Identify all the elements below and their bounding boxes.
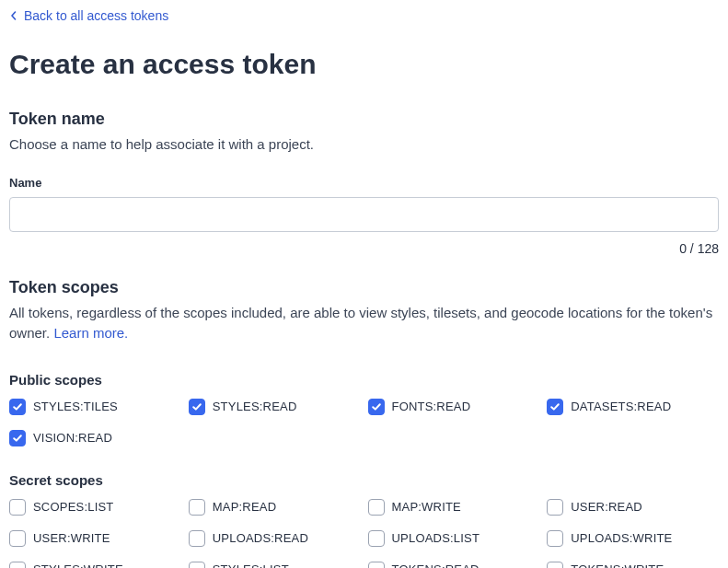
checkbox-checked-icon[interactable]	[9, 430, 26, 446]
scope-label: STYLES:LIST	[213, 562, 289, 568]
checkbox-unchecked-icon[interactable]	[368, 530, 385, 547]
back-link[interactable]: Back to all access tokens	[9, 8, 168, 23]
token-name-input[interactable]	[9, 197, 719, 232]
scope-label: FONTS:READ	[392, 400, 471, 413]
checkbox-unchecked-icon[interactable]	[547, 499, 563, 516]
checkbox-unchecked-icon[interactable]	[189, 499, 205, 516]
scope-secret-uploads-write[interactable]: UPLOADS:WRITE	[547, 530, 719, 547]
scope-label: SCOPES:LIST	[33, 500, 113, 514]
scope-label: UPLOADS:READ	[213, 531, 308, 545]
scope-secret-uploads-read[interactable]: UPLOADS:READ	[189, 530, 361, 547]
checkbox-unchecked-icon[interactable]	[547, 530, 563, 547]
checkbox-checked-icon[interactable]	[9, 399, 26, 415]
scope-label: DATASETS:READ	[571, 400, 671, 413]
checkbox-unchecked-icon[interactable]	[9, 530, 26, 547]
scope-secret-styles-write[interactable]: STYLES:WRITE	[9, 562, 181, 569]
scope-public-datasets-read[interactable]: DATASETS:READ	[547, 399, 719, 415]
scope-public-fonts-read[interactable]: FONTS:READ	[368, 399, 540, 415]
secret-scopes-grid: SCOPES:LISTMAP:READMAP:WRITEUSER:READUSE…	[9, 499, 719, 569]
checkbox-checked-icon[interactable]	[368, 399, 385, 415]
scope-label: UPLOADS:WRITE	[571, 531, 672, 545]
public-scopes-grid: STYLES:TILESSTYLES:READFONTS:READDATASET…	[9, 399, 719, 446]
scope-label: USER:READ	[571, 500, 642, 514]
learn-more-link[interactable]: Learn more.	[53, 325, 128, 341]
token-name-desc: Choose a name to help associate it with …	[9, 134, 719, 156]
back-link-text: Back to all access tokens	[24, 8, 168, 23]
token-name-title: Token name	[9, 110, 719, 129]
public-scopes-title: Public scopes	[9, 372, 719, 388]
checkbox-unchecked-icon[interactable]	[9, 499, 26, 516]
token-scopes-desc: All tokens, regardless of the scopes inc…	[9, 303, 719, 344]
scope-public-vision-read[interactable]: VISION:READ	[9, 430, 181, 446]
token-scopes-title: Token scopes	[9, 278, 719, 297]
scope-secret-tokens-write[interactable]: TOKENS:WRITE	[547, 562, 719, 569]
scope-label: MAP:READ	[213, 500, 277, 514]
checkbox-unchecked-icon[interactable]	[189, 562, 205, 569]
scope-public-styles-read[interactable]: STYLES:READ	[189, 399, 361, 415]
checkbox-checked-icon[interactable]	[547, 399, 563, 415]
scope-label: UPLOADS:LIST	[392, 531, 480, 545]
scope-public-styles-tiles[interactable]: STYLES:TILES	[9, 399, 181, 415]
page-title: Create an access token	[9, 49, 719, 80]
scope-label: STYLES:TILES	[33, 400, 118, 413]
checkbox-unchecked-icon[interactable]	[189, 530, 205, 547]
checkbox-unchecked-icon[interactable]	[547, 562, 563, 569]
scope-label: TOKENS:WRITE	[571, 562, 664, 568]
scope-secret-uploads-list[interactable]: UPLOADS:LIST	[368, 530, 540, 547]
secret-scopes-title: Secret scopes	[9, 472, 719, 488]
scope-label: MAP:WRITE	[392, 500, 461, 514]
scope-label: TOKENS:READ	[392, 562, 480, 568]
checkbox-unchecked-icon[interactable]	[368, 562, 385, 569]
checkbox-checked-icon[interactable]	[189, 399, 205, 415]
scope-secret-user-write[interactable]: USER:WRITE	[9, 530, 181, 547]
name-field-label: Name	[9, 176, 719, 190]
scope-secret-map-read[interactable]: MAP:READ	[189, 499, 361, 516]
scope-secret-map-write[interactable]: MAP:WRITE	[368, 499, 540, 516]
char-count: 0 / 128	[9, 241, 719, 256]
scope-label: STYLES:WRITE	[33, 562, 123, 568]
checkbox-unchecked-icon[interactable]	[9, 562, 26, 569]
scope-secret-scopes-list[interactable]: SCOPES:LIST	[9, 499, 181, 516]
scope-label: USER:WRITE	[33, 531, 110, 545]
scope-label: STYLES:READ	[213, 400, 297, 413]
scope-secret-user-read[interactable]: USER:READ	[547, 499, 719, 516]
scope-secret-tokens-read[interactable]: TOKENS:READ	[368, 562, 540, 569]
checkbox-unchecked-icon[interactable]	[368, 499, 385, 516]
scope-label: VISION:READ	[33, 431, 112, 445]
scope-secret-styles-list[interactable]: STYLES:LIST	[189, 562, 361, 569]
chevron-left-icon	[9, 8, 18, 23]
